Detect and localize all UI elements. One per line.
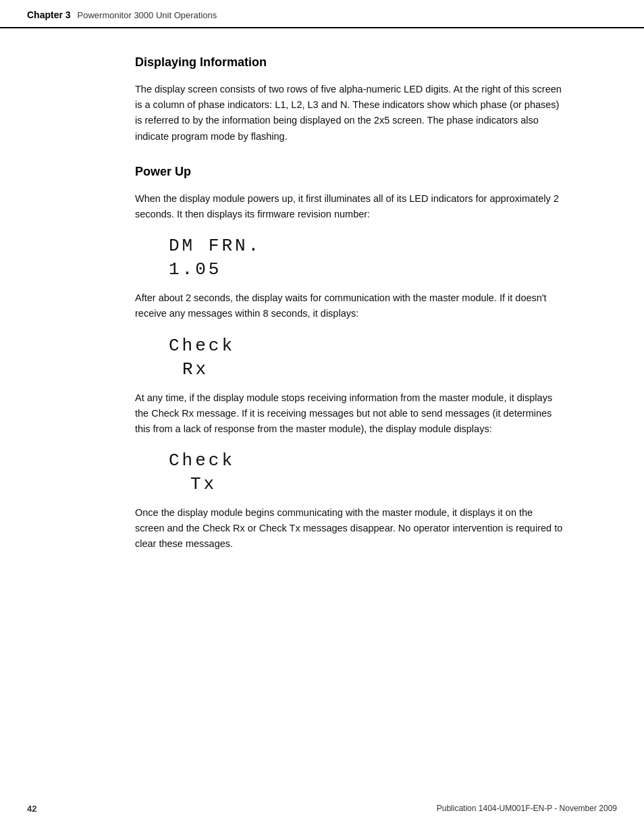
led-display-3: Check Tx <box>169 450 563 494</box>
led1-line2: 1.05 <box>169 259 563 280</box>
section2-paragraph3: At any time, if the display module stops… <box>135 390 563 438</box>
section1-paragraph: The display screen consists of two rows … <box>135 82 563 145</box>
page-header: Chapter 3 Powermonitor 3000 Unit Operati… <box>0 0 644 28</box>
section1-heading: Displaying Information <box>135 55 563 70</box>
led2-line2: Rx <box>169 359 563 380</box>
led3-line1: Check <box>169 450 563 471</box>
page-footer: 42 Publication 1404-UM001F-EN-P - Novemb… <box>0 804 644 814</box>
chapter-subtitle: Powermonitor 3000 Unit Operations <box>78 10 217 20</box>
section-displaying-information: Displaying Information The display scree… <box>135 55 563 145</box>
publication-info: Publication 1404-UM001F-EN-P - November … <box>437 804 617 814</box>
section2-heading: Power Up <box>135 165 563 179</box>
section-power-up: Power Up When the display module powers … <box>135 165 563 552</box>
led2-line1: Check <box>169 336 563 356</box>
chapter-label: Chapter 3 <box>27 9 71 20</box>
led3-line2: Tx <box>169 474 563 494</box>
led1-line1: DM FRN. <box>169 236 563 256</box>
section2-paragraph1: When the display module powers up, it fi… <box>135 191 563 222</box>
led-display-2: Check Rx <box>169 336 563 380</box>
led-display-1: DM FRN. 1.05 <box>169 236 563 280</box>
section2-paragraph4: Once the display module begins communica… <box>135 505 563 552</box>
page-number: 42 <box>27 804 36 814</box>
section2-paragraph2: After about 2 seconds, the display waits… <box>135 290 563 321</box>
main-content: Displaying Information The display scree… <box>0 28 644 606</box>
